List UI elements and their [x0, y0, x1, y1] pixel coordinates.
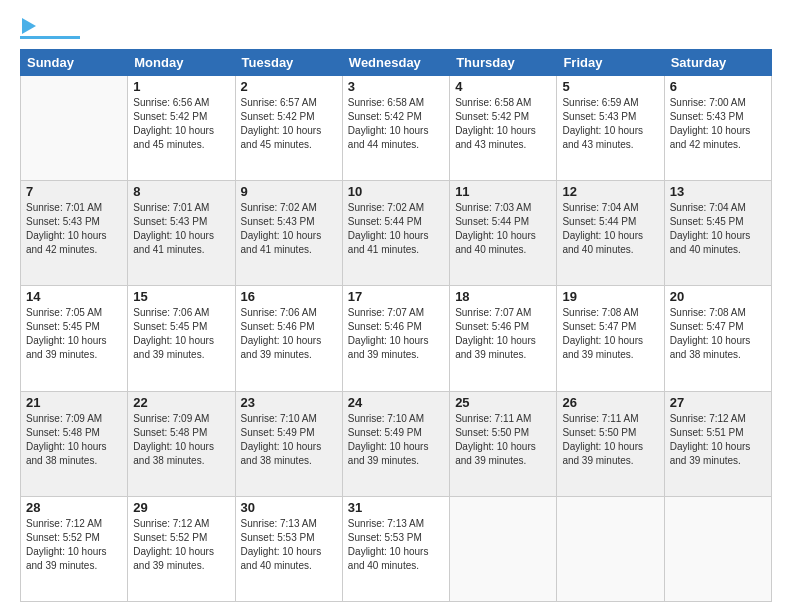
day-number: 31 — [348, 500, 444, 515]
calendar-cell — [450, 496, 557, 601]
logo — [20, 18, 80, 39]
day-info: Sunrise: 7:05 AMSunset: 5:45 PMDaylight:… — [26, 306, 122, 362]
col-header-wednesday: Wednesday — [342, 50, 449, 76]
day-info: Sunrise: 7:13 AMSunset: 5:53 PMDaylight:… — [348, 517, 444, 573]
day-number: 28 — [26, 500, 122, 515]
col-header-tuesday: Tuesday — [235, 50, 342, 76]
day-info: Sunrise: 7:11 AMSunset: 5:50 PMDaylight:… — [455, 412, 551, 468]
day-info: Sunrise: 6:59 AMSunset: 5:43 PMDaylight:… — [562, 96, 658, 152]
calendar-cell: 24Sunrise: 7:10 AMSunset: 5:49 PMDayligh… — [342, 391, 449, 496]
calendar-cell: 17Sunrise: 7:07 AMSunset: 5:46 PMDayligh… — [342, 286, 449, 391]
day-info: Sunrise: 7:02 AMSunset: 5:44 PMDaylight:… — [348, 201, 444, 257]
day-number: 20 — [670, 289, 766, 304]
calendar-cell: 7Sunrise: 7:01 AMSunset: 5:43 PMDaylight… — [21, 181, 128, 286]
col-header-monday: Monday — [128, 50, 235, 76]
day-info: Sunrise: 7:00 AMSunset: 5:43 PMDaylight:… — [670, 96, 766, 152]
calendar-cell: 18Sunrise: 7:07 AMSunset: 5:46 PMDayligh… — [450, 286, 557, 391]
day-info: Sunrise: 7:04 AMSunset: 5:44 PMDaylight:… — [562, 201, 658, 257]
day-number: 25 — [455, 395, 551, 410]
calendar-cell: 2Sunrise: 6:57 AMSunset: 5:42 PMDaylight… — [235, 76, 342, 181]
page: SundayMondayTuesdayWednesdayThursdayFrid… — [0, 0, 792, 612]
calendar-cell: 8Sunrise: 7:01 AMSunset: 5:43 PMDaylight… — [128, 181, 235, 286]
col-header-saturday: Saturday — [664, 50, 771, 76]
day-number: 22 — [133, 395, 229, 410]
day-number: 19 — [562, 289, 658, 304]
header — [20, 18, 772, 39]
calendar-week-row: 28Sunrise: 7:12 AMSunset: 5:52 PMDayligh… — [21, 496, 772, 601]
calendar-cell: 9Sunrise: 7:02 AMSunset: 5:43 PMDaylight… — [235, 181, 342, 286]
day-number: 1 — [133, 79, 229, 94]
day-info: Sunrise: 7:07 AMSunset: 5:46 PMDaylight:… — [455, 306, 551, 362]
day-info: Sunrise: 7:13 AMSunset: 5:53 PMDaylight:… — [241, 517, 337, 573]
calendar-cell: 16Sunrise: 7:06 AMSunset: 5:46 PMDayligh… — [235, 286, 342, 391]
col-header-sunday: Sunday — [21, 50, 128, 76]
day-number: 9 — [241, 184, 337, 199]
day-info: Sunrise: 7:09 AMSunset: 5:48 PMDaylight:… — [133, 412, 229, 468]
day-number: 8 — [133, 184, 229, 199]
day-info: Sunrise: 7:04 AMSunset: 5:45 PMDaylight:… — [670, 201, 766, 257]
logo-arrow-icon — [22, 18, 36, 34]
calendar-cell: 26Sunrise: 7:11 AMSunset: 5:50 PMDayligh… — [557, 391, 664, 496]
day-info: Sunrise: 7:01 AMSunset: 5:43 PMDaylight:… — [26, 201, 122, 257]
day-number: 30 — [241, 500, 337, 515]
day-info: Sunrise: 7:12 AMSunset: 5:51 PMDaylight:… — [670, 412, 766, 468]
day-info: Sunrise: 6:57 AMSunset: 5:42 PMDaylight:… — [241, 96, 337, 152]
calendar-cell: 30Sunrise: 7:13 AMSunset: 5:53 PMDayligh… — [235, 496, 342, 601]
calendar-cell: 22Sunrise: 7:09 AMSunset: 5:48 PMDayligh… — [128, 391, 235, 496]
calendar-cell: 25Sunrise: 7:11 AMSunset: 5:50 PMDayligh… — [450, 391, 557, 496]
calendar-cell: 1Sunrise: 6:56 AMSunset: 5:42 PMDaylight… — [128, 76, 235, 181]
day-info: Sunrise: 7:08 AMSunset: 5:47 PMDaylight:… — [562, 306, 658, 362]
day-number: 7 — [26, 184, 122, 199]
day-info: Sunrise: 7:12 AMSunset: 5:52 PMDaylight:… — [26, 517, 122, 573]
calendar-week-row: 14Sunrise: 7:05 AMSunset: 5:45 PMDayligh… — [21, 286, 772, 391]
calendar-cell: 19Sunrise: 7:08 AMSunset: 5:47 PMDayligh… — [557, 286, 664, 391]
calendar-cell: 27Sunrise: 7:12 AMSunset: 5:51 PMDayligh… — [664, 391, 771, 496]
day-info: Sunrise: 7:06 AMSunset: 5:46 PMDaylight:… — [241, 306, 337, 362]
day-number: 26 — [562, 395, 658, 410]
calendar-cell: 15Sunrise: 7:06 AMSunset: 5:45 PMDayligh… — [128, 286, 235, 391]
day-number: 18 — [455, 289, 551, 304]
day-number: 14 — [26, 289, 122, 304]
calendar-cell: 20Sunrise: 7:08 AMSunset: 5:47 PMDayligh… — [664, 286, 771, 391]
day-info: Sunrise: 7:02 AMSunset: 5:43 PMDaylight:… — [241, 201, 337, 257]
day-info: Sunrise: 7:10 AMSunset: 5:49 PMDaylight:… — [241, 412, 337, 468]
day-info: Sunrise: 6:56 AMSunset: 5:42 PMDaylight:… — [133, 96, 229, 152]
day-number: 15 — [133, 289, 229, 304]
day-info: Sunrise: 7:12 AMSunset: 5:52 PMDaylight:… — [133, 517, 229, 573]
day-info: Sunrise: 7:11 AMSunset: 5:50 PMDaylight:… — [562, 412, 658, 468]
day-info: Sunrise: 7:06 AMSunset: 5:45 PMDaylight:… — [133, 306, 229, 362]
calendar-cell — [664, 496, 771, 601]
day-number: 16 — [241, 289, 337, 304]
day-info: Sunrise: 6:58 AMSunset: 5:42 PMDaylight:… — [455, 96, 551, 152]
day-info: Sunrise: 7:10 AMSunset: 5:49 PMDaylight:… — [348, 412, 444, 468]
calendar-cell: 21Sunrise: 7:09 AMSunset: 5:48 PMDayligh… — [21, 391, 128, 496]
calendar-cell: 31Sunrise: 7:13 AMSunset: 5:53 PMDayligh… — [342, 496, 449, 601]
day-info: Sunrise: 7:01 AMSunset: 5:43 PMDaylight:… — [133, 201, 229, 257]
day-info: Sunrise: 7:07 AMSunset: 5:46 PMDaylight:… — [348, 306, 444, 362]
day-number: 10 — [348, 184, 444, 199]
day-number: 5 — [562, 79, 658, 94]
day-number: 2 — [241, 79, 337, 94]
day-number: 11 — [455, 184, 551, 199]
calendar-cell: 3Sunrise: 6:58 AMSunset: 5:42 PMDaylight… — [342, 76, 449, 181]
calendar-cell: 4Sunrise: 6:58 AMSunset: 5:42 PMDaylight… — [450, 76, 557, 181]
calendar-cell: 11Sunrise: 7:03 AMSunset: 5:44 PMDayligh… — [450, 181, 557, 286]
calendar-header-row: SundayMondayTuesdayWednesdayThursdayFrid… — [21, 50, 772, 76]
calendar-cell: 13Sunrise: 7:04 AMSunset: 5:45 PMDayligh… — [664, 181, 771, 286]
day-number: 6 — [670, 79, 766, 94]
calendar-cell: 12Sunrise: 7:04 AMSunset: 5:44 PMDayligh… — [557, 181, 664, 286]
calendar-week-row: 1Sunrise: 6:56 AMSunset: 5:42 PMDaylight… — [21, 76, 772, 181]
calendar-cell: 28Sunrise: 7:12 AMSunset: 5:52 PMDayligh… — [21, 496, 128, 601]
calendar-cell: 29Sunrise: 7:12 AMSunset: 5:52 PMDayligh… — [128, 496, 235, 601]
day-number: 27 — [670, 395, 766, 410]
day-number: 3 — [348, 79, 444, 94]
day-number: 4 — [455, 79, 551, 94]
calendar-cell: 6Sunrise: 7:00 AMSunset: 5:43 PMDaylight… — [664, 76, 771, 181]
calendar-cell: 10Sunrise: 7:02 AMSunset: 5:44 PMDayligh… — [342, 181, 449, 286]
day-number: 12 — [562, 184, 658, 199]
day-number: 23 — [241, 395, 337, 410]
calendar-week-row: 21Sunrise: 7:09 AMSunset: 5:48 PMDayligh… — [21, 391, 772, 496]
day-number: 13 — [670, 184, 766, 199]
calendar-week-row: 7Sunrise: 7:01 AMSunset: 5:43 PMDaylight… — [21, 181, 772, 286]
logo-line — [20, 36, 80, 39]
